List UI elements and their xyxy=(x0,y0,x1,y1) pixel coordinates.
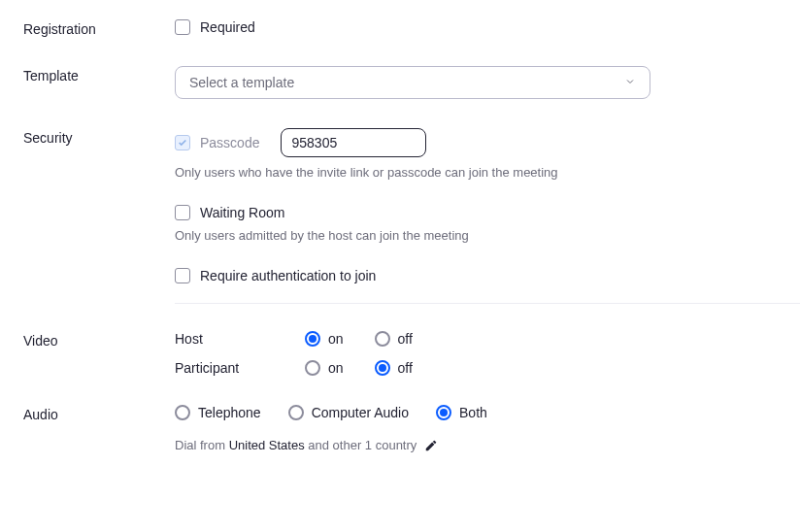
video-label: Video xyxy=(0,331,175,349)
on-label: on xyxy=(328,360,344,376)
video-participant-off[interactable]: off xyxy=(375,360,413,376)
radio-checked-icon xyxy=(305,331,320,347)
require-auth-label: Require authentication to join xyxy=(200,268,376,283)
video-row: Video Host on off Participant on xyxy=(0,331,800,376)
radio-checked-icon xyxy=(436,405,451,420)
audio-label: Audio xyxy=(0,405,175,422)
video-participant-on[interactable]: on xyxy=(305,360,344,376)
waiting-room-label: Waiting Room xyxy=(200,205,284,220)
registration-label: Registration xyxy=(0,19,175,37)
video-participant-group: on off xyxy=(305,360,413,376)
checkbox-icon xyxy=(175,205,190,220)
telephone-label: Telephone xyxy=(198,405,261,420)
video-host-row: Host on off xyxy=(175,331,784,347)
checkbox-icon xyxy=(175,19,190,35)
passcode-item: Passcode Only users who have the invite … xyxy=(175,128,784,180)
template-content: Select a template xyxy=(175,66,800,99)
registration-required-option[interactable]: Required xyxy=(175,19,784,35)
radio-icon xyxy=(175,405,190,420)
passcode-hint: Only users who have the invite link or p… xyxy=(175,165,784,180)
security-row: Security Passcode Only users who have th… xyxy=(0,128,800,283)
radio-icon xyxy=(375,331,390,347)
passcode-label: Passcode xyxy=(200,135,259,150)
checkbox-checked-icon xyxy=(175,135,190,150)
waiting-room-option[interactable]: Waiting Room xyxy=(175,205,784,220)
video-host-off[interactable]: off xyxy=(375,331,413,347)
passcode-input[interactable] xyxy=(281,128,426,157)
audio-row: Audio Telephone Computer Audio Both Dial… xyxy=(0,405,800,452)
radio-checked-icon xyxy=(375,360,390,376)
waiting-room-item: Waiting Room Only users admitted by the … xyxy=(175,205,784,243)
both-label: Both xyxy=(459,405,487,420)
computer-audio-label: Computer Audio xyxy=(312,405,409,420)
video-host-on[interactable]: on xyxy=(305,331,344,347)
chevron-down-icon xyxy=(624,75,636,90)
template-label: Template xyxy=(0,66,175,83)
checkbox-icon xyxy=(175,268,190,283)
audio-both[interactable]: Both xyxy=(436,405,487,420)
waiting-room-hint: Only users admitted by the host can join… xyxy=(175,228,784,243)
video-host-label: Host xyxy=(175,331,305,347)
video-participant-label: Participant xyxy=(175,360,305,376)
registration-content: Required xyxy=(175,19,800,35)
template-select-placeholder: Select a template xyxy=(189,75,294,90)
registration-required-label: Required xyxy=(200,19,255,35)
security-label: Security xyxy=(0,128,175,146)
edit-icon[interactable] xyxy=(424,439,438,452)
audio-computer[interactable]: Computer Audio xyxy=(288,405,409,420)
video-content: Host on off Participant on xyxy=(175,331,800,376)
dial-prefix: Dial from xyxy=(175,438,229,452)
off-label: off xyxy=(398,331,413,347)
passcode-option: Passcode xyxy=(175,128,784,157)
audio-content: Telephone Computer Audio Both Dial from … xyxy=(175,405,800,452)
security-content: Passcode Only users who have the invite … xyxy=(175,128,800,283)
dial-from-line: Dial from United States and other 1 coun… xyxy=(175,438,784,452)
template-select[interactable]: Select a template xyxy=(175,66,650,99)
radio-icon xyxy=(288,405,304,420)
off-label: off xyxy=(398,360,413,376)
radio-icon xyxy=(305,360,320,376)
on-label: on xyxy=(328,331,344,347)
video-participant-row: Participant on off xyxy=(175,360,784,376)
require-auth-item: Require authentication to join xyxy=(175,268,784,283)
template-row: Template Select a template xyxy=(0,66,800,99)
audio-telephone[interactable]: Telephone xyxy=(175,405,261,420)
divider xyxy=(175,303,800,304)
dial-suffix: and other 1 country xyxy=(305,438,417,452)
registration-row: Registration Required xyxy=(0,19,800,37)
require-auth-option[interactable]: Require authentication to join xyxy=(175,268,784,283)
video-host-group: on off xyxy=(305,331,413,347)
dial-country: United States xyxy=(229,438,305,452)
audio-group: Telephone Computer Audio Both xyxy=(175,405,784,420)
